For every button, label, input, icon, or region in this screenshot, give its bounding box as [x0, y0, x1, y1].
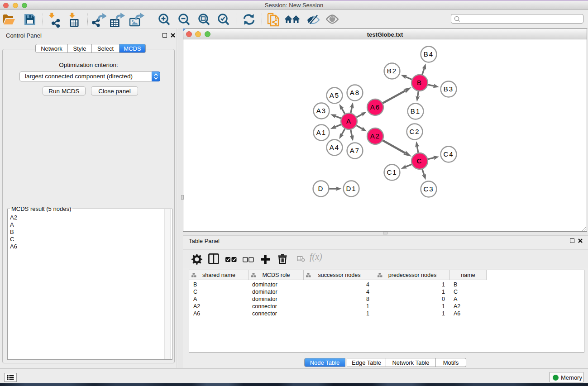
svg-text:A1: A1: [316, 129, 326, 136]
svg-text:A5: A5: [330, 91, 339, 99]
svg-text:A2: A2: [370, 132, 380, 140]
svg-text:C1: C1: [387, 168, 397, 176]
svg-text:B1: B1: [411, 107, 421, 115]
svg-text:B2: B2: [387, 67, 397, 75]
svg-text:C3: C3: [423, 185, 434, 193]
svg-text:A3: A3: [316, 107, 326, 114]
svg-text:C4: C4: [443, 150, 454, 158]
svg-text:A8: A8: [350, 89, 360, 96]
svg-text:A7: A7: [350, 147, 360, 154]
svg-text:B3: B3: [444, 85, 454, 93]
svg-text:C2: C2: [409, 128, 420, 135]
svg-text:C: C: [417, 157, 423, 165]
svg-text:A4: A4: [330, 143, 339, 151]
svg-text:D: D: [318, 185, 324, 192]
svg-text:A6: A6: [370, 103, 380, 111]
svg-text:D1: D1: [346, 185, 356, 192]
svg-text:A: A: [346, 117, 352, 125]
svg-text:B: B: [417, 79, 422, 86]
svg-text:B4: B4: [424, 50, 434, 58]
